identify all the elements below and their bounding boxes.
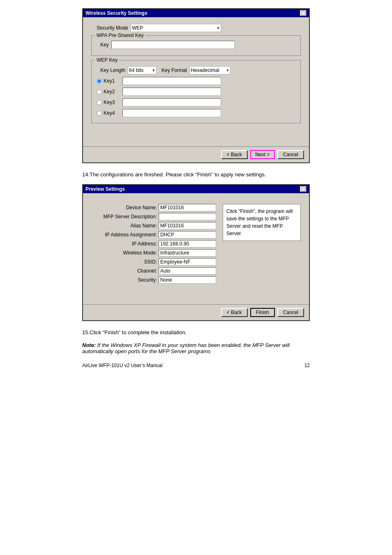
key-length-label: Key Length <box>97 67 125 73</box>
preview-content: Device Name: MF101016 MFP Server Descrip… <box>91 200 301 289</box>
wpa-key-label: Key <box>97 42 109 48</box>
alias-name-row: Alias Name: MF101016 <box>91 222 216 229</box>
dialog1-spacer <box>91 127 301 140</box>
key-length-select[interactable]: 64 bits <box>128 66 157 74</box>
security-mode-select-wrapper[interactable]: WEP <box>131 24 221 32</box>
ssid-value: Employee-NF <box>159 258 216 266</box>
footer-page: 12 <box>304 363 310 368</box>
step15-text: 15.​Click “Finish” to complete the insta… <box>82 329 310 335</box>
wireless-mode-row: Wireless Mode: Infrastructure <box>91 249 216 257</box>
wpa-key-input[interactable] <box>111 41 235 49</box>
ip-assignment-value: DHCP <box>159 231 216 238</box>
mfp-desc-value <box>159 213 216 220</box>
dialog2-title: Preview Settings <box>85 186 125 192</box>
security-mode-label: Security Mode <box>91 25 128 31</box>
security-label: Security: <box>91 277 157 283</box>
key1-input[interactable] <box>122 77 221 85</box>
dialog2-back-button[interactable]: < Back <box>221 308 248 317</box>
ip-address-label: IP Address: <box>91 241 157 247</box>
key4-label: Key4 <box>104 110 120 116</box>
dialog1-title: Wireless Security Settings <box>85 10 148 16</box>
mfp-desc-row: MFP Server Description: <box>91 213 216 220</box>
key2-label: Key2 <box>104 89 120 95</box>
dialog1-close-button[interactable]: × <box>300 10 307 16</box>
key1-row: Key1 <box>97 77 295 85</box>
wireless-security-dialog: Wireless Security Settings × Security Mo… <box>82 8 310 163</box>
wep-length-format-row: Key Length 64 bits Key Format Hexadecima… <box>97 66 295 74</box>
key2-input[interactable] <box>122 88 221 96</box>
key3-input[interactable] <box>122 98 221 106</box>
wireless-mode-label: Wireless Mode: <box>91 250 157 256</box>
device-name-label: Device Name: <box>91 205 157 210</box>
wpa-key-row: Key <box>97 41 295 49</box>
key3-label: Key3 <box>104 99 120 105</box>
security-mode-select[interactable]: WEP <box>131 24 221 32</box>
step14-text: 14.​The configurations are finished. Ple… <box>82 171 310 178</box>
key4-row: Key4 <box>97 109 295 117</box>
dialog1-back-button[interactable]: < Back <box>221 150 248 159</box>
dialog2-body: Device Name: MF101016 MFP Server Descrip… <box>83 193 309 304</box>
ssid-row: SSID: Employee-NF <box>91 258 216 266</box>
key-format-select[interactable]: Hexadecimal <box>189 66 231 74</box>
wpa-group-box: WPA Pre-Shared Key Key <box>91 35 301 56</box>
wep-group-label: WEP Key <box>95 57 119 63</box>
preview-fields: Device Name: MF101016 MFP Server Descrip… <box>91 204 216 285</box>
preview-settings-dialog: Preview Settings × Device Name: MF101016… <box>82 184 310 321</box>
ip-assignment-label: IP Address Assignment: <box>91 232 157 238</box>
alias-name-value: MF101016 <box>159 222 216 229</box>
device-name-row: Device Name: MF101016 <box>91 204 216 211</box>
key1-label: Key1 <box>104 78 120 84</box>
dialog2-footer: < Back Finish Cancel <box>83 304 309 320</box>
dialog2-finish-button[interactable]: Finish <box>250 308 275 317</box>
key-length-select-wrapper[interactable]: 64 bits <box>128 66 157 74</box>
security-row: Security: None <box>91 276 216 284</box>
ssid-label: SSID: <box>91 259 157 265</box>
note-bold: Note: <box>82 342 96 348</box>
key2-radio[interactable] <box>97 89 102 95</box>
key-format-select-wrapper[interactable]: Hexadecimal <box>189 66 231 74</box>
dialog2-titlebar: Preview Settings × <box>83 185 309 193</box>
note-body: If the Windows XP Firewall in your syste… <box>82 342 290 354</box>
device-name-value: MF101016 <box>159 204 216 211</box>
dialog2-cancel-button[interactable]: Cancel <box>277 308 304 317</box>
channel-value: Auto <box>159 267 216 275</box>
key3-row: Key3 <box>97 98 295 106</box>
mfp-desc-label: MFP Server Description: <box>91 214 157 220</box>
preview-info-box: Click "Finish", the program will save th… <box>223 204 301 241</box>
key3-radio[interactable] <box>97 100 102 105</box>
dialog1-next-button[interactable]: Next > <box>250 150 275 159</box>
channel-label: Channel: <box>91 268 157 274</box>
dialog2-close-button[interactable]: × <box>300 186 307 192</box>
note-paragraph: Note: If the Windows XP Firewall in your… <box>82 342 310 354</box>
key4-input[interactable] <box>122 109 221 117</box>
ip-address-row: IP Address: 192.168.0.90 <box>91 240 216 247</box>
ip-address-value: 192.168.0.90 <box>159 240 216 247</box>
dialog2-spacer <box>91 289 301 298</box>
wep-group-box: WEP Key Key Length 64 bits Key Format He… <box>91 60 301 123</box>
dialog1-body: Security Mode WEP WPA Pre-Shared Key Key… <box>83 17 309 146</box>
wireless-mode-value: Infrastructure <box>159 249 216 257</box>
channel-row: Channel: Auto <box>91 267 216 275</box>
alias-name-label: Alias Name: <box>91 223 157 229</box>
key2-row: Key2 <box>97 88 295 96</box>
footer-brand: AirLive WFP-101U v2 User’s Manual <box>82 363 163 368</box>
dialog1-titlebar: Wireless Security Settings × <box>83 9 309 17</box>
security-mode-row: Security Mode WEP <box>91 24 301 32</box>
wpa-group-label: WPA Pre-Shared Key <box>95 32 145 38</box>
key-format-label: Key Format <box>161 67 187 73</box>
dialog1-footer: < Back Next > Cancel <box>83 146 309 162</box>
security-value: None <box>159 276 216 284</box>
page-footer: AirLive WFP-101U v2 User’s Manual 12 <box>82 363 310 368</box>
ip-assignment-row: IP Address Assignment: DHCP <box>91 231 216 238</box>
key4-radio[interactable] <box>97 111 102 116</box>
dialog1-cancel-button[interactable]: Cancel <box>277 150 304 159</box>
key1-radio[interactable] <box>97 79 102 84</box>
